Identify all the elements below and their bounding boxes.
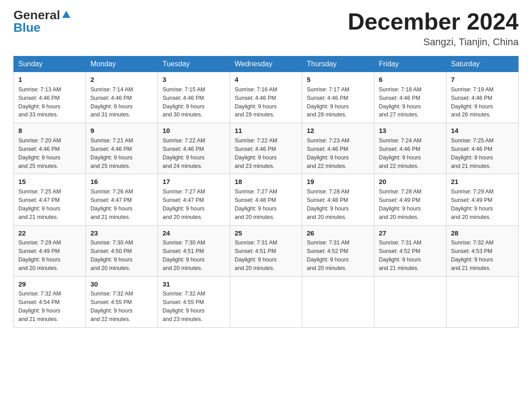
day-number: 7 <box>451 75 514 85</box>
page-header: General Blue December 2024 Sangzi, Tianj… <box>13 9 519 48</box>
day-info: Sunrise: 7:14 AMSunset: 4:46 PMDaylight:… <box>90 86 133 118</box>
day-info: Sunrise: 7:30 AMSunset: 4:50 PMDaylight:… <box>90 240 133 271</box>
calendar-cell: 10Sunrise: 7:22 AMSunset: 4:46 PMDayligh… <box>158 123 230 174</box>
day-number: 16 <box>90 177 153 187</box>
day-info: Sunrise: 7:32 AMSunset: 4:55 PMDaylight:… <box>90 291 133 322</box>
day-number: 10 <box>163 126 225 136</box>
calendar-cell: 4Sunrise: 7:16 AMSunset: 4:46 PMDaylight… <box>230 72 302 123</box>
day-number: 30 <box>90 279 153 289</box>
day-number: 15 <box>18 177 81 187</box>
day-info: Sunrise: 7:23 AMSunset: 4:46 PMDaylight:… <box>307 137 349 169</box>
day-number: 26 <box>307 228 369 238</box>
day-number: 31 <box>163 279 225 289</box>
day-info: Sunrise: 7:18 AMSunset: 4:46 PMDaylight:… <box>379 86 421 118</box>
day-number: 13 <box>379 126 442 136</box>
weekday-header-friday: Friday <box>374 56 446 72</box>
calendar-cell: 19Sunrise: 7:28 AMSunset: 4:48 PMDayligh… <box>302 174 374 225</box>
day-number: 5 <box>307 75 369 85</box>
calendar-cell: 27Sunrise: 7:31 AMSunset: 4:52 PMDayligh… <box>374 225 446 276</box>
day-info: Sunrise: 7:32 AMSunset: 4:53 PMDaylight:… <box>451 240 493 271</box>
day-info: Sunrise: 7:27 AMSunset: 4:48 PMDaylight:… <box>235 188 277 220</box>
calendar-cell <box>302 276 374 327</box>
day-info: Sunrise: 7:15 AMSunset: 4:46 PMDaylight:… <box>163 86 205 118</box>
logo-icon <box>61 10 71 20</box>
day-info: Sunrise: 7:16 AMSunset: 4:46 PMDaylight:… <box>235 86 277 118</box>
day-info: Sunrise: 7:28 AMSunset: 4:49 PMDaylight:… <box>379 188 421 220</box>
calendar-cell: 23Sunrise: 7:30 AMSunset: 4:50 PMDayligh… <box>86 225 158 276</box>
day-info: Sunrise: 7:17 AMSunset: 4:46 PMDaylight:… <box>307 86 349 118</box>
calendar-cell: 25Sunrise: 7:31 AMSunset: 4:51 PMDayligh… <box>230 225 302 276</box>
calendar-table: SundayMondayTuesdayWednesdayThursdayFrid… <box>13 56 519 328</box>
week-row-2: 8Sunrise: 7:20 AMSunset: 4:46 PMDaylight… <box>14 123 519 174</box>
calendar-cell: 21Sunrise: 7:29 AMSunset: 4:49 PMDayligh… <box>446 174 519 225</box>
calendar-cell: 16Sunrise: 7:26 AMSunset: 4:47 PMDayligh… <box>86 174 158 225</box>
weekday-header-row: SundayMondayTuesdayWednesdayThursdayFrid… <box>14 56 519 72</box>
day-number: 17 <box>163 177 225 187</box>
calendar-cell: 28Sunrise: 7:32 AMSunset: 4:53 PMDayligh… <box>446 225 519 276</box>
day-info: Sunrise: 7:22 AMSunset: 4:46 PMDaylight:… <box>163 137 205 169</box>
day-number: 23 <box>90 228 153 238</box>
calendar-cell: 13Sunrise: 7:24 AMSunset: 4:46 PMDayligh… <box>374 123 446 174</box>
weekday-header-monday: Monday <box>86 56 158 72</box>
day-number: 14 <box>451 126 514 136</box>
calendar-cell: 8Sunrise: 7:20 AMSunset: 4:46 PMDaylight… <box>14 123 86 174</box>
weekday-header-sunday: Sunday <box>14 56 86 72</box>
day-number: 12 <box>307 126 369 136</box>
week-row-5: 29Sunrise: 7:32 AMSunset: 4:54 PMDayligh… <box>14 276 519 327</box>
logo-blue: Blue <box>13 21 41 34</box>
day-info: Sunrise: 7:28 AMSunset: 4:48 PMDaylight:… <box>307 188 349 220</box>
day-info: Sunrise: 7:29 AMSunset: 4:49 PMDaylight:… <box>451 188 493 220</box>
calendar-cell <box>446 276 519 327</box>
day-number: 9 <box>90 126 153 136</box>
day-number: 2 <box>90 75 153 85</box>
day-number: 19 <box>307 177 369 187</box>
day-number: 1 <box>18 75 81 85</box>
day-number: 28 <box>451 228 514 238</box>
day-info: Sunrise: 7:31 AMSunset: 4:52 PMDaylight:… <box>307 240 349 271</box>
day-info: Sunrise: 7:31 AMSunset: 4:51 PMDaylight:… <box>235 240 277 271</box>
day-info: Sunrise: 7:29 AMSunset: 4:49 PMDaylight:… <box>18 240 61 271</box>
calendar-cell: 22Sunrise: 7:29 AMSunset: 4:49 PMDayligh… <box>14 225 86 276</box>
calendar-cell: 6Sunrise: 7:18 AMSunset: 4:46 PMDaylight… <box>374 72 446 123</box>
calendar-cell: 18Sunrise: 7:27 AMSunset: 4:48 PMDayligh… <box>230 174 302 225</box>
week-row-1: 1Sunrise: 7:13 AMSunset: 4:46 PMDaylight… <box>14 72 519 123</box>
week-row-4: 22Sunrise: 7:29 AMSunset: 4:49 PMDayligh… <box>14 225 519 276</box>
month-title: December 2024 <box>348 9 519 34</box>
day-info: Sunrise: 7:32 AMSunset: 4:55 PMDaylight:… <box>163 291 205 322</box>
svg-marker-0 <box>62 11 70 18</box>
calendar-cell: 3Sunrise: 7:15 AMSunset: 4:46 PMDaylight… <box>158 72 230 123</box>
calendar-cell: 31Sunrise: 7:32 AMSunset: 4:55 PMDayligh… <box>158 276 230 327</box>
calendar-cell <box>230 276 302 327</box>
day-info: Sunrise: 7:31 AMSunset: 4:52 PMDaylight:… <box>379 240 421 271</box>
calendar-cell: 9Sunrise: 7:21 AMSunset: 4:46 PMDaylight… <box>86 123 158 174</box>
day-info: Sunrise: 7:22 AMSunset: 4:46 PMDaylight:… <box>235 137 277 169</box>
day-info: Sunrise: 7:32 AMSunset: 4:54 PMDaylight:… <box>18 291 61 322</box>
week-row-3: 15Sunrise: 7:25 AMSunset: 4:47 PMDayligh… <box>14 174 519 225</box>
calendar-cell: 17Sunrise: 7:27 AMSunset: 4:47 PMDayligh… <box>158 174 230 225</box>
calendar-cell: 1Sunrise: 7:13 AMSunset: 4:46 PMDaylight… <box>14 72 86 123</box>
calendar-cell: 2Sunrise: 7:14 AMSunset: 4:46 PMDaylight… <box>86 72 158 123</box>
day-number: 24 <box>163 228 225 238</box>
logo-general: General <box>13 9 60 21</box>
day-number: 8 <box>18 126 81 136</box>
calendar-cell: 24Sunrise: 7:30 AMSunset: 4:51 PMDayligh… <box>158 225 230 276</box>
day-number: 3 <box>163 75 225 85</box>
day-number: 6 <box>379 75 442 85</box>
calendar-cell: 11Sunrise: 7:22 AMSunset: 4:46 PMDayligh… <box>230 123 302 174</box>
calendar-cell: 20Sunrise: 7:28 AMSunset: 4:49 PMDayligh… <box>374 174 446 225</box>
day-info: Sunrise: 7:19 AMSunset: 4:46 PMDaylight:… <box>451 86 493 118</box>
day-info: Sunrise: 7:25 AMSunset: 4:46 PMDaylight:… <box>451 137 493 169</box>
day-info: Sunrise: 7:20 AMSunset: 4:46 PMDaylight:… <box>18 137 61 169</box>
day-info: Sunrise: 7:13 AMSunset: 4:46 PMDaylight:… <box>18 86 61 118</box>
day-number: 25 <box>235 228 297 238</box>
calendar-cell: 26Sunrise: 7:31 AMSunset: 4:52 PMDayligh… <box>302 225 374 276</box>
day-number: 21 <box>451 177 514 187</box>
day-info: Sunrise: 7:26 AMSunset: 4:47 PMDaylight:… <box>90 188 133 220</box>
day-number: 27 <box>379 228 442 238</box>
weekday-header-tuesday: Tuesday <box>158 56 230 72</box>
weekday-header-saturday: Saturday <box>446 56 519 72</box>
day-info: Sunrise: 7:24 AMSunset: 4:46 PMDaylight:… <box>379 137 421 169</box>
calendar-title-area: December 2024 Sangzi, Tianjin, China <box>348 9 519 48</box>
calendar-cell: 15Sunrise: 7:25 AMSunset: 4:47 PMDayligh… <box>14 174 86 225</box>
calendar-cell: 7Sunrise: 7:19 AMSunset: 4:46 PMDaylight… <box>446 72 519 123</box>
